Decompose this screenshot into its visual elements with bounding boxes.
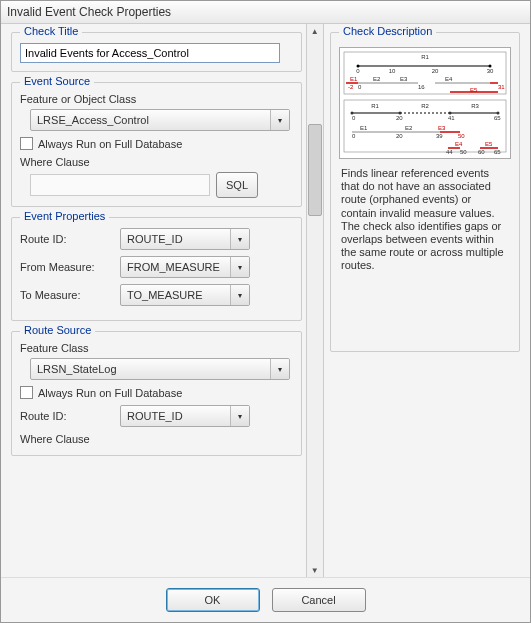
- chevron-down-icon: ▾: [270, 110, 289, 130]
- svg-text:R1: R1: [371, 103, 379, 109]
- svg-text:E5: E5: [485, 141, 493, 147]
- route-source-route-id-label: Route ID:: [20, 410, 120, 422]
- window-title: Invalid Event Check Properties: [7, 5, 171, 19]
- cancel-button-label: Cancel: [301, 594, 335, 606]
- route-feature-combo[interactable]: LRSN_StateLog ▾: [30, 358, 290, 380]
- svg-text:-2: -2: [348, 84, 354, 90]
- svg-text:39: 39: [436, 133, 443, 139]
- svg-text:0: 0: [352, 115, 356, 121]
- svg-text:R2: R2: [421, 103, 429, 109]
- route-id-combo[interactable]: ROUTE_ID ▾: [120, 228, 250, 250]
- content-area: Check Title Event Source Feature or Obje…: [1, 24, 530, 577]
- combo-value: ROUTE_ID: [121, 410, 230, 422]
- route-always-run-label: Always Run on Full Database: [38, 387, 182, 399]
- legend-route-source: Route Source: [20, 324, 95, 336]
- titlebar: Invalid Event Check Properties: [1, 1, 530, 24]
- left-pane: Check Title Event Source Feature or Obje…: [1, 24, 306, 577]
- sql-button[interactable]: SQL: [216, 172, 258, 198]
- from-measure-label: From Measure:: [20, 261, 120, 273]
- scroll-up-icon: ▲: [307, 24, 323, 38]
- description-diagram: R1 0 10 20 30 E1 E2 E3 E4: [339, 47, 511, 159]
- svg-text:60: 60: [478, 149, 485, 155]
- route-id-label: Route ID:: [20, 233, 120, 245]
- svg-text:0: 0: [358, 84, 362, 90]
- legend-check-description: Check Description: [339, 25, 436, 37]
- svg-text:10: 10: [389, 68, 396, 74]
- where-clause-input[interactable]: [30, 174, 210, 196]
- ok-button[interactable]: OK: [166, 588, 260, 612]
- svg-text:R1: R1: [421, 54, 429, 60]
- svg-text:E1: E1: [350, 76, 358, 82]
- svg-text:E3: E3: [438, 125, 446, 131]
- sql-button-label: SQL: [226, 179, 248, 191]
- scroll-thumb[interactable]: [308, 124, 322, 216]
- scroll-down-icon: ▼: [307, 563, 323, 577]
- svg-text:E4: E4: [455, 141, 463, 147]
- dialog-window: Invalid Event Check Properties Check Tit…: [0, 0, 531, 623]
- svg-text:20: 20: [432, 68, 439, 74]
- route-where-label: Where Clause: [20, 433, 293, 445]
- svg-text:0: 0: [352, 133, 356, 139]
- always-run-checkbox-row[interactable]: Always Run on Full Database: [20, 137, 293, 150]
- svg-text:16: 16: [418, 84, 425, 90]
- event-source-feature-combo[interactable]: LRSE_Access_Control ▾: [30, 109, 290, 131]
- right-pane: Check Description R1 0 10 20 30: [324, 24, 530, 577]
- combo-value: LRSN_StateLog: [31, 363, 270, 375]
- svg-text:65: 65: [494, 115, 501, 121]
- to-measure-label: To Measure:: [20, 289, 120, 301]
- svg-text:50: 50: [458, 133, 465, 139]
- combo-value: TO_MEASURE: [121, 289, 230, 301]
- svg-text:E4: E4: [445, 76, 453, 82]
- svg-text:E3: E3: [400, 76, 408, 82]
- vertical-scrollbar[interactable]: ▲ ▼: [306, 24, 324, 577]
- svg-text:31: 31: [498, 84, 505, 90]
- combo-value: LRSE_Access_Control: [31, 114, 270, 126]
- to-measure-combo[interactable]: TO_MEASURE ▾: [120, 284, 250, 306]
- svg-text:20: 20: [396, 133, 403, 139]
- checkbox-icon: [20, 386, 33, 399]
- chevron-down-icon: ▾: [230, 285, 249, 305]
- legend-event-properties: Event Properties: [20, 210, 109, 222]
- svg-text:30: 30: [487, 68, 494, 74]
- group-check-title: Check Title: [11, 32, 302, 72]
- combo-value: FROM_MEASURE: [121, 261, 230, 273]
- chevron-down-icon: ▾: [230, 229, 249, 249]
- chevron-down-icon: ▾: [230, 257, 249, 277]
- route-feature-label: Feature Class: [20, 342, 293, 354]
- group-event-properties: Event Properties Route ID: ROUTE_ID ▾ Fr…: [11, 217, 302, 321]
- check-title-input[interactable]: [20, 43, 280, 63]
- route-source-route-id-combo[interactable]: ROUTE_ID ▾: [120, 405, 250, 427]
- route-always-run-checkbox-row[interactable]: Always Run on Full Database: [20, 386, 293, 399]
- from-measure-combo[interactable]: FROM_MEASURE ▾: [120, 256, 250, 278]
- where-clause-label: Where Clause: [20, 156, 293, 168]
- svg-text:44: 44: [446, 149, 453, 155]
- group-event-source: Event Source Feature or Object Class LRS…: [11, 82, 302, 207]
- svg-text:E1: E1: [360, 125, 368, 131]
- svg-text:65: 65: [494, 149, 501, 155]
- chevron-down-icon: ▾: [270, 359, 289, 379]
- button-bar: OK Cancel: [1, 577, 530, 622]
- always-run-label: Always Run on Full Database: [38, 138, 182, 150]
- description-text: Finds linear referenced events that do n…: [339, 167, 511, 273]
- combo-value: ROUTE_ID: [121, 233, 230, 245]
- svg-text:20: 20: [396, 115, 403, 121]
- ok-button-label: OK: [205, 594, 221, 606]
- chevron-down-icon: ▾: [230, 406, 249, 426]
- svg-text:E2: E2: [405, 125, 413, 131]
- svg-text:R3: R3: [471, 103, 479, 109]
- legend-event-source: Event Source: [20, 75, 94, 87]
- group-route-source: Route Source Feature Class LRSN_StateLog…: [11, 331, 302, 456]
- svg-text:41: 41: [448, 115, 455, 121]
- label-feature-class: Feature or Object Class: [20, 93, 293, 105]
- svg-text:50: 50: [460, 149, 467, 155]
- svg-text:0: 0: [356, 68, 360, 74]
- legend-check-title: Check Title: [20, 25, 82, 37]
- checkbox-icon: [20, 137, 33, 150]
- cancel-button[interactable]: Cancel: [272, 588, 366, 612]
- svg-text:E2: E2: [373, 76, 381, 82]
- group-check-description: Check Description R1 0 10 20 30: [330, 32, 520, 352]
